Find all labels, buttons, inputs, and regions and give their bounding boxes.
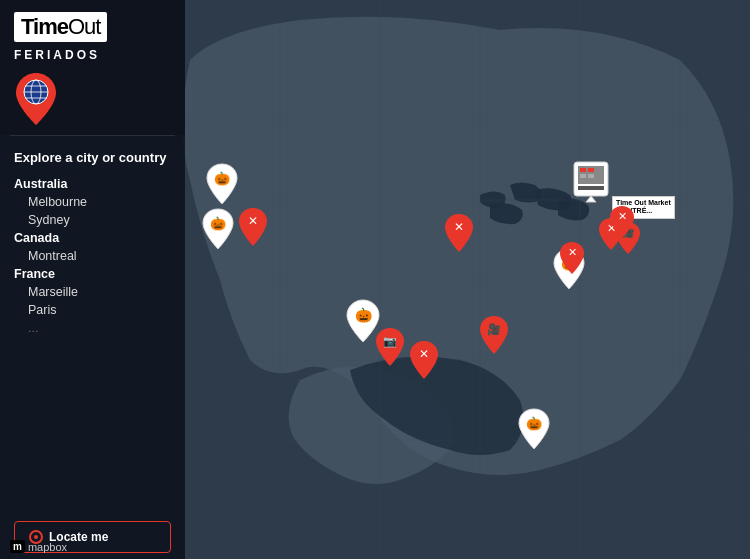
city-paris[interactable]: Paris <box>14 301 171 319</box>
country-australia[interactable]: Australia <box>14 175 171 193</box>
mapbox-label: mapbox <box>28 541 67 553</box>
timeout-logo-box: TimeOut <box>14 12 107 42</box>
mapbox-watermark: m mapbox <box>10 540 67 553</box>
sidebar: TimeOut FERIADOS Explore a city or count… <box>0 0 185 559</box>
svg-text:✕: ✕ <box>454 220 464 234</box>
logo-area: TimeOut FERIADOS <box>0 0 185 135</box>
marker-tom[interactable]: Time Out Market MONTRÉ... <box>572 160 610 212</box>
city-sydney[interactable]: Sydney <box>14 211 171 229</box>
svg-text:🎃: 🎃 <box>526 415 543 432</box>
country-canada[interactable]: Canada <box>14 229 171 247</box>
svg-rect-17 <box>578 186 604 190</box>
marker-fork-1[interactable]: ✕ <box>237 206 269 252</box>
svg-text:✕: ✕ <box>568 246 577 258</box>
marker-fork-5[interactable]: ✕ <box>558 240 586 280</box>
mapbox-m-icon: m <box>10 540 25 553</box>
svg-marker-22 <box>586 196 596 202</box>
explore-section: Explore a city or country Australia Melb… <box>0 136 185 511</box>
svg-text:🎥: 🎥 <box>487 322 501 336</box>
timeout-logo-text: TimeOut <box>21 16 100 38</box>
marker-fork-7[interactable]: ✕ <box>408 339 440 385</box>
svg-text:🎃: 🎃 <box>214 170 231 187</box>
marker-fork-6[interactable]: ✕ <box>608 204 636 244</box>
svg-text:✕: ✕ <box>618 210 627 222</box>
marker-fork-8[interactable]: 🎥 <box>478 314 510 360</box>
explore-title: Explore a city or country <box>14 150 171 165</box>
svg-rect-18 <box>580 168 586 172</box>
map-pin-logo <box>14 71 58 127</box>
marker-pumpkin-5[interactable]: 🎃 <box>517 407 551 455</box>
svg-text:✕: ✕ <box>419 347 429 361</box>
marker-pumpkin-2[interactable]: 🎃 <box>201 207 235 255</box>
marker-camera[interactable]: 📷 <box>374 326 406 372</box>
svg-text:🎃: 🎃 <box>210 215 227 232</box>
svg-rect-21 <box>588 174 594 178</box>
svg-rect-19 <box>588 168 594 172</box>
svg-rect-20 <box>580 174 586 178</box>
country-france[interactable]: France <box>14 265 171 283</box>
city-melbourne[interactable]: Melbourne <box>14 193 171 211</box>
svg-text:🎃: 🎃 <box>355 307 373 324</box>
city-marseille[interactable]: Marseille <box>14 283 171 301</box>
feriados-label: FERIADOS <box>14 45 171 63</box>
marker-fork-2[interactable]: ✕ <box>443 212 475 258</box>
svg-text:✕: ✕ <box>248 214 258 228</box>
city-montreal[interactable]: Montreal <box>14 247 171 265</box>
city-more[interactable]: ... <box>14 319 171 337</box>
svg-text:📷: 📷 <box>383 334 397 348</box>
marker-pumpkin-1[interactable]: 🎃 <box>205 162 239 210</box>
